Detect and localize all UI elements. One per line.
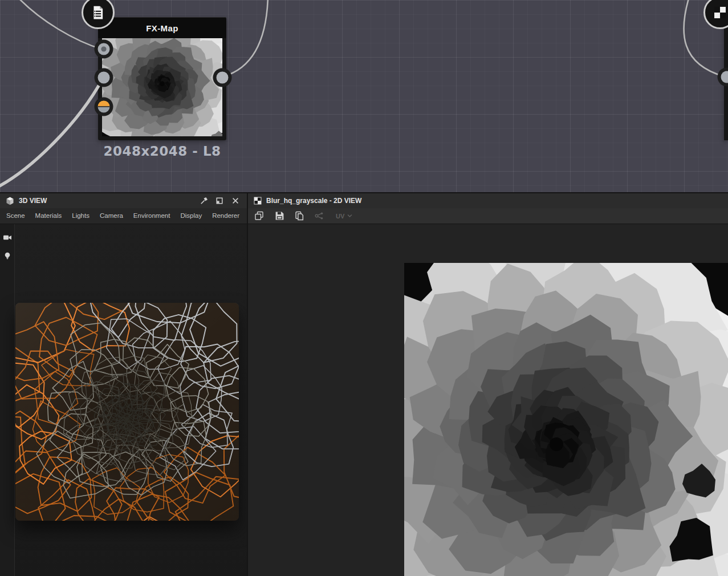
partial-node-right[interactable]: [724, 17, 728, 140]
document-list-icon: [91, 5, 105, 20]
copy-image-icon[interactable]: [254, 211, 265, 221]
close-icon[interactable]: [230, 195, 241, 206]
node-wire-output[interactable]: [223, 0, 268, 76]
menu-lights[interactable]: Lights: [67, 208, 95, 224]
panel-2d-view: Blur_hq_grayscale - 2D VIEW: [248, 193, 728, 576]
panel-header-2d: Blur_hq_grayscale - 2D VIEW: [248, 193, 728, 208]
panel-3d-view: 3D VIEW: [0, 193, 248, 576]
light-icon[interactable]: [3, 252, 11, 262]
paste-icon[interactable]: [294, 211, 305, 221]
substance-designer-window: FX-Map 2048x2048 - L8: [0, 0, 728, 576]
viewport-3d[interactable]: [0, 224, 247, 576]
node-wire-thick[interactable]: [0, 79, 103, 188]
panels-row: 3D VIEW: [0, 192, 728, 576]
cube-icon: [6, 197, 14, 205]
fx-map-node-preview: [102, 38, 222, 136]
viewport-2d[interactable]: [248, 224, 728, 576]
uv-mode-label: UV: [336, 213, 344, 220]
panel-title-3d: 3D VIEW: [19, 197, 47, 205]
node-resolution-label: 2048x2048 - L8: [84, 144, 241, 159]
menu-scene[interactable]: Scene: [1, 208, 30, 224]
camera-icon[interactable]: [3, 233, 12, 244]
pin-icon[interactable]: [198, 195, 209, 206]
grayscale-node-type-badge: [703, 0, 728, 29]
checkerboard-icon: [254, 197, 262, 205]
menu-display[interactable]: Display: [175, 208, 207, 224]
fx-map-node[interactable]: FX-Map: [98, 17, 226, 140]
texture-image-2d: [404, 263, 728, 576]
chevron-down-icon: [347, 214, 352, 218]
panel-header-3d: 3D VIEW: [0, 193, 247, 208]
fx-map-node-title: FX-Map: [98, 17, 226, 38]
material-plane-3d: [15, 303, 239, 521]
menu-environment[interactable]: Environment: [128, 208, 176, 224]
viewport-3d-side-toolbar: [0, 224, 15, 576]
menu-bar-3d: Scene Materials Lights Camera Environmen…: [0, 208, 247, 224]
menu-camera[interactable]: Camera: [95, 208, 128, 224]
uv-mode-dropdown[interactable]: UV: [336, 213, 352, 220]
node-graph-canvas[interactable]: FX-Map 2048x2048 - L8: [0, 0, 728, 192]
toolbar-2d: UV: [248, 208, 728, 224]
menu-materials[interactable]: Materials: [30, 208, 67, 224]
menu-renderer[interactable]: Renderer: [207, 208, 245, 224]
restore-icon[interactable]: [214, 195, 225, 206]
checkerboard-icon: [713, 6, 727, 19]
save-icon[interactable]: [274, 211, 285, 221]
split-channels-icon[interactable]: [314, 211, 325, 221]
panel-title-2d: Blur_hq_grayscale - 2D VIEW: [266, 197, 361, 205]
